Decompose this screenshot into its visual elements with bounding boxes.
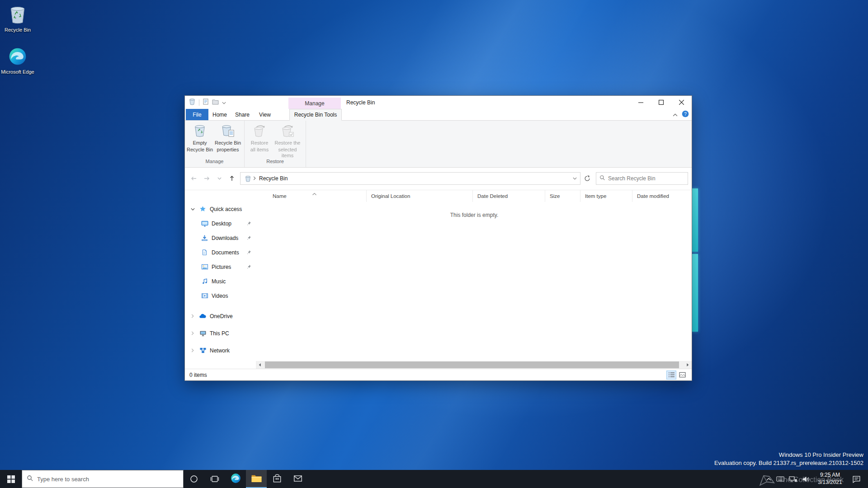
downloads-icon [200,235,209,241]
recycle-bin-properties-icon [221,123,235,139]
column-header-name[interactable]: Name [256,190,367,202]
network-icon[interactable] [787,470,799,488]
sidebar-item-network[interactable]: Network [185,342,256,359]
sidebar-item-pictures[interactable]: Pictures [185,260,256,274]
address-dropdown-chevron-icon[interactable] [569,177,580,180]
column-header-size[interactable]: Size [545,190,580,202]
quick-access-toolbar [189,96,226,109]
column-header-original-location[interactable]: Original Location [367,190,473,202]
this-pc-icon [198,330,207,337]
breadcrumb-chevron-icon[interactable] [253,175,256,182]
keyboard-icon[interactable] [774,470,787,488]
desktop-icon-recycle-bin[interactable]: Recycle Bin [0,5,35,33]
tray-chevron-up-icon[interactable] [763,470,774,488]
qat-properties-icon[interactable] [203,99,209,106]
qat-new-folder-icon[interactable] [212,99,219,106]
titlebar[interactable]: Manage Recycle Bin [185,96,692,109]
tab-home[interactable]: Home [208,109,231,120]
restore-selected-items-button[interactable]: Restore the selected items [274,122,302,159]
column-header-date-modified[interactable]: Date modified [632,190,693,202]
contextual-tab-group-manage[interactable]: Manage [288,98,341,109]
scroll-right-arrow[interactable] [684,361,692,369]
taskbar-mail-button[interactable] [288,470,308,488]
forward-button[interactable] [200,172,213,185]
close-button[interactable] [671,96,692,109]
column-header-item-type[interactable]: Item type [580,190,632,202]
maximize-button[interactable] [651,96,671,109]
taskbar-clock[interactable]: 9:25 AM 3/13/2021 [812,472,848,486]
volume-icon[interactable] [799,470,812,488]
chevron-down-icon[interactable] [189,208,196,211]
taskbar-store-button[interactable] [267,470,288,488]
details-view-button[interactable] [666,371,676,380]
restore-all-items-button[interactable]: Restore all items [245,122,274,153]
scrollbar-thumb[interactable] [265,361,679,368]
tab-recycle-bin-tools[interactable]: Recycle Bin Tools [289,109,342,121]
back-button[interactable] [188,172,200,185]
sidebar-item-videos[interactable]: Videos [185,289,256,303]
sidebar-item-label: Videos [212,293,228,299]
window-title: Recycle Bin [346,96,375,109]
desktop-icon [200,220,209,227]
refresh-button[interactable] [580,172,594,185]
videos-icon [200,292,209,299]
sidebar-item-downloads[interactable]: Downloads [185,231,256,245]
qat-customize-chevron-icon[interactable] [222,99,226,106]
app-recycle-bin-icon [189,98,196,107]
watermark-line1: Windows 10 Pro Insider Preview [714,451,863,459]
pin-icon [246,235,251,240]
svg-text:?: ? [684,112,687,117]
network-icon [198,347,207,354]
taskbar-search-input[interactable] [37,476,179,483]
taskbar-edge-button[interactable] [225,470,246,488]
action-center-icon[interactable] [848,470,864,488]
minimize-button[interactable] [631,96,651,109]
pictures-icon [200,263,209,270]
file-list-pane: Name Original Location Date Deleted Size… [256,190,693,361]
taskbar-search-box[interactable] [22,470,184,488]
cortana-button[interactable] [184,470,204,488]
chevron-right-icon[interactable] [189,348,196,352]
sidebar-item-desktop[interactable]: Desktop [185,216,256,231]
recycle-bin-properties-button[interactable]: Recycle Bin properties [214,122,242,153]
search-icon [27,475,33,483]
edge-icon [230,473,241,485]
explorer-search-box[interactable] [596,172,688,185]
tab-view[interactable]: View [254,109,276,120]
breadcrumb-location[interactable]: Recycle Bin [259,175,288,182]
desktop-icon-microsoft-edge[interactable]: Microsoft Edge [0,47,35,75]
taskbar: 9:25 AM 3/13/2021 [0,470,868,488]
music-icon [200,278,209,285]
sidebar-item-documents[interactable]: Documents [185,245,256,260]
background-accent-strip [692,188,698,252]
empty-recycle-bin-button[interactable]: Empty Recycle Bin [186,122,214,153]
chevron-right-icon[interactable] [189,314,196,318]
sidebar-item-label: Documents [212,249,239,256]
column-headers: Name Original Location Date Deleted Size… [256,190,693,202]
chevron-right-icon[interactable] [189,331,196,335]
recent-locations-chevron-icon[interactable] [213,172,226,185]
sidebar-item-quick-access[interactable]: Quick access [185,202,256,216]
horizontal-scrollbar[interactable] [256,361,692,369]
tab-file[interactable]: File [186,109,208,120]
help-icon[interactable]: ? [682,110,689,119]
task-view-button[interactable] [204,470,225,488]
edge-icon [8,47,28,68]
taskbar-file-explorer-button[interactable] [246,470,267,488]
up-button[interactable] [226,172,238,185]
sidebar-item-label: Network [210,347,230,354]
sidebar-item-this-pc[interactable]: This PC [185,325,256,342]
scroll-left-arrow[interactable] [256,361,264,369]
start-button[interactable] [0,470,22,488]
address-bar[interactable]: Recycle Bin [240,172,580,185]
background-accent-strip [692,254,698,332]
explorer-search-input[interactable] [608,175,684,182]
column-header-date-deleted[interactable]: Date Deleted [473,190,545,202]
sidebar-item-onedrive[interactable]: OneDrive [185,308,256,325]
minimize-ribbon-chevron-icon[interactable] [673,112,678,118]
sidebar-item-music[interactable]: Music [185,274,256,289]
documents-icon [200,249,209,256]
large-icons-view-button[interactable] [677,371,687,380]
address-recycle-bin-icon [242,175,253,182]
tab-share[interactable]: Share [231,109,254,120]
